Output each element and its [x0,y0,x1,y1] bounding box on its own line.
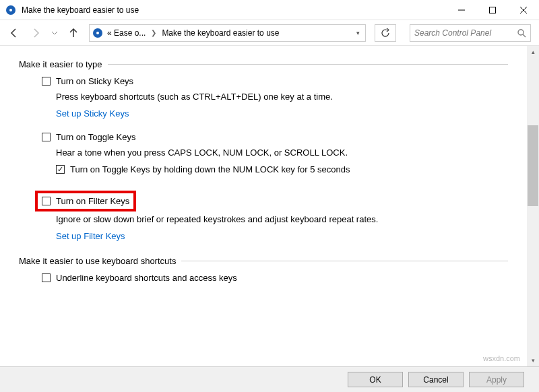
setup-filter-keys-link[interactable]: Set up Filter Keys [42,231,125,241]
scroll-up-arrow[interactable]: ▴ [527,46,539,58]
window-title: Make the keyboard easier to use [22,5,446,15]
section-keyboard-shortcuts: Make it easier to use keyboard shortcuts… [19,256,508,291]
sticky-keys-checkbox[interactable] [42,77,51,86]
cancel-button[interactable]: Cancel [408,372,464,387]
scroll-thumb[interactable] [528,125,538,206]
underline-shortcuts-label: Underline keyboard shortcuts and access … [56,273,237,283]
up-button[interactable] [67,27,80,39]
watermark: wsxdn.com [483,354,520,362]
sticky-keys-label: Turn on Sticky Keys [56,76,133,86]
search-input[interactable]: Search Control Panel [410,24,531,42]
filter-keys-highlight: Turn on Filter Keys [35,191,136,211]
toggle-keys-description: Hear a tone when you press CAPS LOCK, NU… [42,148,508,158]
section-make-easier-type: Make it easier to type Turn on Sticky Ke… [19,59,508,248]
titlebar: Make the keyboard easier to use [0,0,539,20]
main-content: Make it easier to type Turn on Sticky Ke… [0,46,527,304]
close-button[interactable] [508,0,539,20]
search-placeholder: Search Control Panel [414,28,513,38]
underline-shortcuts-checkbox[interactable] [42,273,51,282]
setup-sticky-keys-link[interactable]: Set up Sticky Keys [42,108,129,119]
search-icon [517,28,526,38]
filter-keys-description: Ignore or slow down brief or repeated ke… [42,214,508,224]
breadcrumb-segment[interactable]: « Ease o... [107,28,146,38]
sticky-keys-description: Press keyboard shortcuts (such as CTRL+A… [42,92,508,102]
chevron-right-icon[interactable]: ❯ [150,29,158,36]
maximize-button[interactable] [477,0,508,20]
ok-button[interactable]: OK [348,372,403,387]
svg-point-1 [9,9,12,11]
address-bar[interactable]: « Ease o... ❯ Make the keyboard easier t… [89,24,366,42]
section-legend: Make it easier to use keyboard shortcuts [19,256,181,266]
toggle-keys-label: Turn on Toggle Keys [56,132,136,142]
refresh-button[interactable] [375,24,396,42]
recent-dropdown[interactable] [51,27,58,39]
vertical-scrollbar[interactable]: ▴ ▾ [527,46,539,366]
filter-keys-label: Turn on Filter Keys [56,196,129,206]
section-legend: Make it easier to type [19,59,108,69]
toggle-keys-numlock-checkbox[interactable] [56,165,65,174]
chevron-down-icon[interactable]: ▾ [354,30,362,36]
minimize-button[interactable] [446,0,477,20]
forward-button[interactable] [30,27,42,39]
ease-of-access-icon [5,5,16,15]
svg-line-9 [523,34,526,37]
toggle-keys-numlock-label: Turn on Toggle Keys by holding down the … [70,164,350,174]
svg-point-7 [96,32,99,34]
apply-button[interactable]: Apply [469,372,524,387]
svg-point-8 [518,30,524,35]
ease-of-access-icon [92,28,103,38]
back-button[interactable] [8,27,20,39]
filter-keys-checkbox[interactable] [42,197,51,205]
svg-rect-3 [490,7,496,13]
toggle-keys-checkbox[interactable] [42,133,51,141]
navbar: « Ease o... ❯ Make the keyboard easier t… [0,20,539,46]
dialog-footer: OK Cancel Apply [0,366,539,392]
scroll-down-arrow[interactable]: ▾ [527,354,539,366]
breadcrumb-segment[interactable]: Make the keyboard easier to use [162,28,279,38]
